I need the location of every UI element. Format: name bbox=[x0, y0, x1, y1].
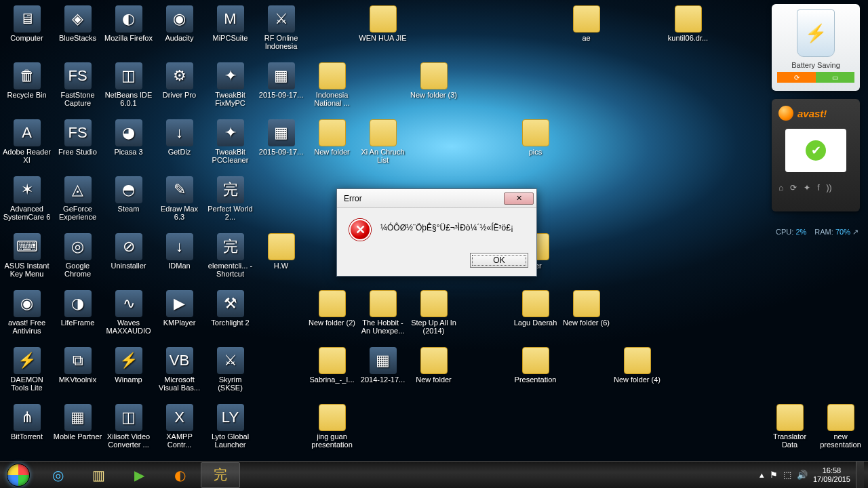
avast-gadget[interactable]: avast! ✔ ⌂ ⟳ ✦ f )) bbox=[772, 99, 860, 211]
desktop-icon[interactable]: MMiPCSuite bbox=[205, 3, 256, 58]
desktop-icon[interactable]: ⌨ASUS Instant Key Menu bbox=[1, 230, 52, 286]
desktop-icon[interactable]: ⚔RF Online Indonesia bbox=[256, 3, 307, 58]
desktop-icon[interactable]: ∿Waves MAXXAUDIO bbox=[103, 287, 154, 343]
desktop-icon[interactable]: ✶Advanced SystemCare 6 bbox=[1, 174, 52, 229]
desktop-icon[interactable]: ◫Xilisoft Video Converter ... bbox=[103, 401, 154, 457]
desktop-icon[interactable]: New folder (3) bbox=[408, 60, 459, 115]
desktop-icon[interactable]: ◫NetBeans IDE 6.0.1 bbox=[103, 60, 154, 115]
desktop-icon[interactable]: 🖥Computer bbox=[1, 3, 52, 58]
refresh-icon[interactable]: ⟳ bbox=[790, 183, 797, 192]
desktop-icon[interactable]: ▦Mobile Partner bbox=[52, 401, 103, 457]
desktop-icon[interactable]: ⧉MKVtoolnix bbox=[52, 344, 103, 400]
tray-icon[interactable]: 🔊 bbox=[797, 470, 808, 480]
avast-mini-icons[interactable]: ⌂ ⟳ ✦ f )) bbox=[778, 183, 853, 192]
desktop-icon[interactable]: Indonesia National ... bbox=[307, 60, 357, 115]
desktop-icon[interactable]: jing guan presentation bbox=[307, 401, 357, 457]
desktop-icon-label: Skyrim (SKSE) bbox=[206, 375, 255, 392]
desktop-icon[interactable]: ◓Steam bbox=[103, 174, 154, 229]
desktop-icon[interactable]: ⊘Uninstaller bbox=[103, 230, 154, 286]
desktop-icon[interactable]: ◉Audacity bbox=[154, 3, 205, 58]
desktop-icon[interactable]: FSFree Studio bbox=[52, 117, 103, 172]
taskbar-item-chrome[interactable]: ◎ bbox=[38, 462, 77, 488]
desktop-icon[interactable]: ✦TweakBit PCCleaner bbox=[205, 117, 256, 172]
desktop-icon[interactable]: ⚙Driver Pro bbox=[154, 60, 205, 115]
dialog-close-button[interactable]: ✕ bbox=[504, 192, 534, 205]
twitter-icon[interactable]: ✦ bbox=[804, 183, 810, 192]
desktop-icon[interactable]: ae bbox=[561, 3, 612, 58]
desktop-icon[interactable]: ⚡DAEMON Tools Lite bbox=[1, 344, 52, 400]
taskbar-item-firefox[interactable]: ◐ bbox=[160, 462, 199, 488]
desktop-icon[interactable]: 完elementcli... - Shortcut bbox=[205, 230, 256, 286]
tray-icon[interactable]: ▴ bbox=[760, 470, 764, 480]
taskbar: ◎▥▶◐完 ▴⚑⬚🔊 16:58 17/09/2015 bbox=[0, 461, 868, 488]
desktop-icon[interactable]: New folder bbox=[307, 117, 357, 172]
desktop-icon[interactable]: ✦TweakBit FixMyPC bbox=[205, 60, 256, 115]
desktop-icon[interactable]: ↓IDMan bbox=[154, 230, 205, 286]
desktop-icon[interactable]: ↓GetDiz bbox=[154, 117, 205, 172]
tray-icon[interactable]: ⬚ bbox=[783, 470, 791, 480]
desktop-icon[interactable]: 完Perfect World 2... bbox=[205, 174, 256, 229]
desktop-icon[interactable]: Sabrina_-_I... bbox=[307, 344, 357, 400]
folder-icon bbox=[319, 404, 346, 431]
show-desktop-button[interactable] bbox=[856, 462, 864, 489]
desktop-icon[interactable]: Lagu Daerah bbox=[510, 287, 561, 343]
desktop-icon[interactable]: New folder (6) bbox=[561, 287, 612, 343]
desktop-icon[interactable]: ◑LifeFrame bbox=[52, 287, 103, 343]
desktop-icon[interactable]: ▶KMPlayer bbox=[154, 287, 205, 343]
battery-gadget[interactable]: ⚡ Battery Saving ⟳ ▭ bbox=[772, 4, 860, 91]
desktop-icon[interactable]: kuntil06.dr... bbox=[663, 3, 713, 58]
desktop-icon[interactable]: H.W bbox=[256, 230, 307, 286]
desktop-icon[interactable]: ⚡Winamp bbox=[103, 344, 154, 400]
taskbar-item-perfectworld[interactable]: 完 bbox=[201, 462, 240, 488]
desktop-icon[interactable]: 🗑Recycle Bin bbox=[1, 60, 52, 115]
desktop-icon[interactable]: New folder (4) bbox=[612, 344, 663, 400]
desktop-icon[interactable]: ◬GeForce Experience bbox=[52, 174, 103, 229]
desktop-icon[interactable]: AAdobe Reader XI bbox=[1, 117, 52, 172]
desktop-icon[interactable]: ⚔Skyrim (SKSE) bbox=[205, 344, 256, 400]
desktop-icon[interactable]: pics bbox=[510, 117, 561, 172]
dialog-titlebar[interactable]: Error ✕ bbox=[337, 189, 536, 208]
desktop-icon[interactable]: ▦2015-09-17... bbox=[256, 60, 307, 115]
desktop-icon[interactable]: XXAMPP Contr... bbox=[154, 401, 205, 457]
desktop-icon[interactable]: VBMicrosoft Visual Bas... bbox=[154, 344, 205, 400]
app-icon: LY bbox=[217, 404, 244, 431]
desktop-icon-label: ae bbox=[582, 34, 590, 42]
taskbar-clock[interactable]: 16:58 17/09/2015 bbox=[813, 466, 850, 483]
desktop-icon[interactable]: FSFastStone Capture bbox=[52, 60, 103, 115]
desktop-icon[interactable]: ◐Mozilla Firefox bbox=[103, 3, 154, 58]
desktop-icon[interactable]: Step Up All In (2014) bbox=[408, 287, 459, 343]
desktop-icon[interactable]: LYLyto Global Launcher bbox=[205, 401, 256, 457]
facebook-icon[interactable]: f bbox=[817, 183, 819, 192]
dialog-ok-button[interactable]: OK bbox=[470, 253, 528, 268]
desktop[interactable]: 🖥Computer◈BlueStacks◐Mozilla Firefox◉Aud… bbox=[0, 0, 868, 461]
desktop-icon[interactable]: ◉avast! Free Antivirus bbox=[1, 287, 52, 343]
desktop-icon[interactable]: ⚒Torchlight 2 bbox=[205, 287, 256, 343]
desktop-icon[interactable]: Xi An Chruch List bbox=[357, 117, 408, 172]
clock-time: 16:58 bbox=[813, 466, 850, 475]
desktop-icon[interactable]: ✎Edraw Max 6.3 bbox=[154, 174, 205, 229]
desktop-icon[interactable]: ⋔BitTorrent bbox=[1, 401, 52, 457]
tray-icon[interactable]: ⚑ bbox=[770, 470, 778, 480]
desktop-icon[interactable]: Presentation bbox=[510, 344, 561, 400]
desktop-icon[interactable]: ◕Picasa 3 bbox=[103, 117, 154, 172]
battery-mode-saving[interactable]: ⟳ bbox=[777, 72, 816, 83]
desktop-icon[interactable]: New folder bbox=[408, 344, 459, 400]
desktop-icon[interactable]: ▦2014-12-17... bbox=[357, 344, 408, 400]
desktop-icon[interactable]: ◎Google Chrome bbox=[52, 230, 103, 286]
ram-value: 70% bbox=[835, 228, 850, 236]
desktop-icon[interactable]: ▦2015-09-17... bbox=[256, 117, 307, 172]
desktop-icon[interactable]: WEN HUA JIE bbox=[357, 3, 408, 58]
desktop-icon[interactable]: new presentation bbox=[815, 401, 866, 457]
battery-mode-bar[interactable]: ⟳ ▭ bbox=[777, 72, 854, 83]
taskbar-item-wmplayer[interactable]: ▶ bbox=[119, 462, 159, 488]
start-button[interactable] bbox=[0, 462, 37, 489]
taskbar-item-explorer[interactable]: ▥ bbox=[79, 462, 118, 488]
battery-mode-perf[interactable]: ▭ bbox=[816, 72, 854, 83]
desktop-icon[interactable]: The Hobbit - An Unexpe... bbox=[357, 287, 408, 343]
folder-icon bbox=[420, 290, 448, 317]
home-icon[interactable]: ⌂ bbox=[778, 183, 783, 192]
desktop-icon[interactable]: ◈BlueStacks bbox=[52, 3, 103, 58]
desktop-icon[interactable]: New folder (2) bbox=[307, 287, 357, 343]
desktop-icon[interactable]: Translator Data bbox=[764, 401, 815, 457]
rss-icon[interactable]: )) bbox=[827, 183, 832, 192]
